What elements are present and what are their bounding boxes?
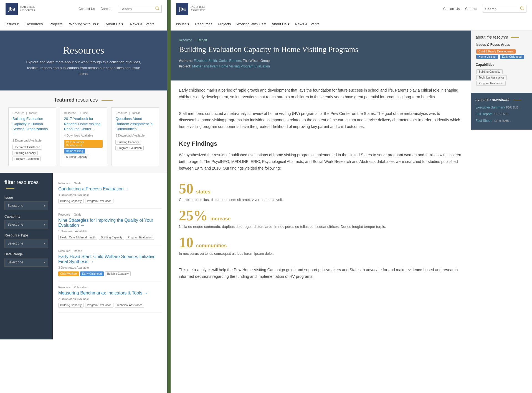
r2-tag-1[interactable]: Health Care & Mental Health <box>58 235 97 240</box>
downloads-title-line <box>513 100 521 100</box>
filter-resource-type-select[interactable]: Select one <box>4 239 48 248</box>
stat-3-text: In nec purus eu tellus consequat ultrice… <box>179 251 463 257</box>
resource-intro-2: Staff members conducted a meta-analytic … <box>179 110 463 130</box>
resource-4-title[interactable]: Measuring Benchmarks: Indicators & Tools… <box>58 291 162 296</box>
card3-tag-1[interactable]: Building Capacity <box>115 140 141 145</box>
filter-date-range-select-wrapper: Select one <box>4 258 48 267</box>
card1-tag-2[interactable]: Building Capacity <box>12 151 38 155</box>
resource-1-title[interactable]: Conducting a Process Evaluation → <box>58 187 162 192</box>
card2-tag-2[interactable]: Home Visiting <box>64 149 85 153</box>
left-header: jba JAMES BELLASSOCIATES Contact Us Care… <box>0 0 167 18</box>
project-link[interactable]: Mother and Infant Home Visiting Program … <box>192 64 270 68</box>
findings-title: Key Findings <box>179 140 463 147</box>
issues-tags: Child & Family Development Home Visiting… <box>476 49 528 59</box>
download-3-link[interactable]: Fact Sheet <box>475 119 492 123</box>
resource-3-downloads: 3 Downloads Available <box>58 266 162 269</box>
featured-cards: Resource | Toolkit Building Evaluation C… <box>8 107 159 166</box>
breadcrumb-sep: | <box>194 38 195 42</box>
r1-tag-2[interactable]: Program Evaluation <box>85 199 113 203</box>
right-nav-about[interactable]: About Us ▾ <box>272 18 289 30</box>
cap-tag-1[interactable]: Building Capacity <box>476 69 503 74</box>
about-resource-title: about the resource <box>476 35 528 39</box>
right-nav-news[interactable]: News & Events <box>295 18 320 30</box>
author-2-link[interactable]: Carlos Romero <box>219 59 241 63</box>
card1-tag-1[interactable]: Technical Assistance <box>12 145 42 150</box>
left-header-nav: Contact Us Careers <box>78 5 162 13</box>
resource-2-tags: Health Care & Mental Health Building Cap… <box>58 235 162 240</box>
svg-point-0 <box>156 7 158 9</box>
resource-2-downloads: 1 Download Available <box>58 230 162 233</box>
card3-tag-2[interactable]: Program Evaluation <box>115 146 144 150</box>
filter-title: filter resources <box>4 180 48 191</box>
card3-tags: Building Capacity Program Evaluation <box>115 139 155 151</box>
card3-title[interactable]: Questions About Random Assignment in Com… <box>115 116 155 132</box>
r4-tag-2[interactable]: Program Evaluation <box>85 303 113 308</box>
resource-3-title[interactable]: Early Head Start: Child Welfare Services… <box>58 254 162 264</box>
right-search-input[interactable] <box>485 7 518 11</box>
download-1: Executive Summary PDF, 2MB ↓ <box>475 105 528 110</box>
right-nav-working[interactable]: Working With Us ▾ <box>236 18 266 30</box>
left-nav-working[interactable]: Working With Us ▾ <box>69 18 99 30</box>
left-nav-projects[interactable]: Projects <box>49 18 62 30</box>
breadcrumb-type[interactable]: Report <box>198 38 207 42</box>
filter-date-range-select[interactable]: Select one <box>4 258 48 267</box>
r2-tag-2[interactable]: Building Capacity <box>99 235 124 240</box>
download-2-meta: PDF, 5.5MB ↓ <box>493 113 510 116</box>
left-nav-issues[interactable]: Issues ▾ <box>6 18 19 30</box>
card1-tag-3[interactable]: Program Evaluation <box>12 157 41 161</box>
breadcrumb-resource[interactable]: Resource <box>179 38 192 42</box>
issue-tag-1[interactable]: Child & Family Development <box>476 49 516 54</box>
right-contact-link[interactable]: Contact Us <box>443 7 460 11</box>
svg-point-2 <box>520 7 523 9</box>
issue-tag-2[interactable]: Home Visiting <box>476 55 498 59</box>
filter-capability-select[interactable]: Select one <box>4 220 48 229</box>
left-contact-link[interactable]: Contact Us <box>78 7 95 11</box>
left-careers-link[interactable]: Careers <box>100 7 112 11</box>
r4-tag-1[interactable]: Building Capacity <box>58 303 83 308</box>
card2-tags: Child & Family Development Home Visiting… <box>64 139 103 160</box>
stat-2-text: Nulla eu neque commodo, dapibus dolor eg… <box>179 224 463 230</box>
right-careers-link[interactable]: Careers <box>465 7 477 11</box>
card2-tag-1[interactable]: Child & Family Development <box>64 140 103 148</box>
download-1-link[interactable]: Executive Summary <box>475 105 505 109</box>
right-logo-sub: JAMES BELLASSOCIATES <box>191 6 206 12</box>
capabilities-label: Capabilities <box>476 63 528 67</box>
resource-1-type: Resource | Guide <box>58 182 162 185</box>
right-header-nav: Contact Us Careers <box>443 5 526 13</box>
right-nav-resources[interactable]: Resources <box>195 18 212 30</box>
resource-2-title[interactable]: Nine Strategies for Improving the Qualit… <box>58 218 162 228</box>
resource-3-type: Resource | Report <box>58 250 162 253</box>
cap-tag-2[interactable]: Technical Assistance <box>476 75 507 80</box>
left-nav-about[interactable]: About Us ▾ <box>105 18 123 30</box>
download-2-link[interactable]: Full Report <box>475 112 492 116</box>
downloads-sidebar: available downloads Executive Summary PD… <box>471 93 532 130</box>
left-nav-resources[interactable]: Resources <box>26 18 43 30</box>
issue-tag-3[interactable]: Early Childhood <box>500 55 524 59</box>
filter-resource-type-select-wrapper: Select one <box>4 239 48 248</box>
filter-issue-select[interactable]: Select one <box>4 201 48 210</box>
left-search-input[interactable] <box>120 7 154 11</box>
r3-tag-1[interactable]: Child Welfare <box>58 271 79 276</box>
hero-description: Explore and learn more about our work th… <box>26 59 142 77</box>
card2-title[interactable]: 2017 Yearbook for National Home Visiting… <box>64 116 103 132</box>
about-resource-sidebar: about the resource Issues & Focus Areas … <box>471 31 532 93</box>
author-1-link[interactable]: Elizabeth Smith <box>194 59 217 63</box>
left-nav-news[interactable]: News & Events <box>130 18 154 30</box>
card1-title[interactable]: Building Evaluation Capacity in Human Se… <box>12 116 52 137</box>
stat-1-label: states <box>196 189 211 195</box>
r1-tag-1[interactable]: Building Capacity <box>58 199 83 203</box>
download-3: Fact Sheet PDF, 0.25MB ↓ <box>475 119 528 123</box>
cap-tag-3[interactable]: Program Evaluation <box>476 81 506 86</box>
card2-tag-3[interactable]: Building Capacity <box>64 155 89 159</box>
filter-list-wrapper: filter resources Issue Select one Capabi… <box>0 173 167 339</box>
right-nav-projects[interactable]: Projects <box>218 18 231 30</box>
right-nav-issues[interactable]: Issues ▾ <box>176 18 189 30</box>
r3-tag-2[interactable]: Early Childhood <box>80 271 104 276</box>
featured-card-3: Resource | Toolkit Questions About Rando… <box>111 107 159 166</box>
card1-type: Resource | Toolkit <box>12 112 52 115</box>
r4-tag-3[interactable]: Technical Assistance <box>115 303 144 308</box>
r2-tag-3[interactable]: Program Evaluation <box>126 235 154 240</box>
resource-body: Early childhood marks a period of rapid … <box>171 80 471 286</box>
card2-type: Resource | Guide <box>64 112 103 115</box>
r3-tag-3[interactable]: Building Capacity <box>105 271 130 276</box>
